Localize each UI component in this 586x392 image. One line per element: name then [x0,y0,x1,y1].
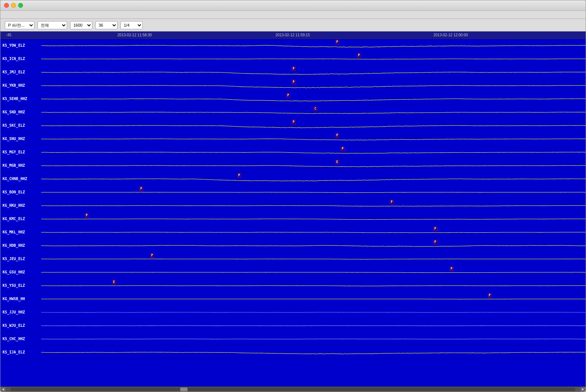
p-marker: P [433,226,437,231]
scroll-right-arrow[interactable]: ▶ [580,387,586,392]
time-label-2: 2013-02-12 11:59:15 [275,33,310,37]
minimize-button[interactable] [11,3,16,8]
p-marker: P [85,213,89,218]
station-row: KS_SEHB_HHZP [0,92,586,106]
station-row: KG_MGB_HHZE [0,159,586,172]
station-name: KG_CHNB_HHZ [0,177,41,181]
p-marker: P [433,240,437,245]
station-row: KG_SNU_HHZP [0,132,586,146]
station-name: KS_YSU_ELZ [0,283,41,288]
p-marker: P [237,173,241,178]
station-name: KS_YOW_ELZ [0,43,41,47]
station-row: KS_YOW_ELZP [0,39,586,52]
station-row: KG_HDB_HHZP [0,239,586,252]
horizontal-scrollbar[interactable]: ◀ ▶ [0,386,586,392]
maximize-button[interactable] [18,3,23,8]
station-row: KS_CHC_HHZ [0,332,586,346]
station-name: KS_SEHB_HHZ [0,97,41,101]
wave-canvas: P [41,92,586,106]
wave-canvas: E [41,159,586,172]
main-window: P 파/전... 전체 1600 36 1/4 :45 2013-02-12 1… [0,0,586,392]
time-label-1: 2013-02-12 11:58:30 [117,33,152,37]
station-name: KG_SND_HHZ [0,110,41,114]
wave-canvas [41,346,586,359]
station-row: KS_JEU_ELZP [0,252,586,266]
wave-canvas: P [41,132,586,146]
seismograph-container: :45 2013-02-12 11:58:30 2013-02-12 11:59… [0,31,586,392]
wave-canvas: P [41,119,586,132]
station-name: KG_HKU_HHZ [0,203,41,207]
station-row: KS_JMJ_ELZP [0,66,586,79]
p-marker: P [488,293,492,298]
station-row: KS_MGY_ELZP [0,146,586,159]
wave-canvas: P [41,66,586,79]
station-name: KS_IJA_ELZ [0,350,41,354]
station-row: KS_IJA_ELZ [0,346,586,359]
station-name: KG_YKB_HHZ [0,83,41,87]
p-marker: P [335,133,339,138]
toolbar: P 파/전... 전체 1600 36 1/4 [0,19,586,31]
station-row: KG_YKB_HHZP [0,79,586,92]
station-row: KG_CHNB_HHZP [0,172,586,186]
p-marker: P [286,93,290,98]
station-name: KG_GSU_HHZ [0,270,41,274]
title-bar [0,0,586,11]
wave-canvas: P [41,172,586,186]
wave-amplitude-select[interactable]: 1/4 [120,21,143,29]
wave-height-select[interactable]: 36 [95,21,117,29]
station-name: KG_MGB_HHZ [0,163,41,167]
channel-range-select[interactable]: 전체 [37,21,67,29]
time-label-0: :45 [6,33,11,37]
station-name: KS_JMJ_ELZ [0,70,41,74]
station-name: KS_BON_ELZ [0,190,41,194]
p-marker: E [112,280,116,285]
station-name: KG_SNU_HHZ [0,137,41,141]
p-marker: C [314,106,318,111]
station-row: KG_HKU_HHZP [0,199,586,212]
p-marker: P [450,266,454,271]
station-row: KG_HWSB_HHP [0,292,586,306]
wave-canvas: P [41,252,586,266]
station-name: KG_HWSB_HH [0,297,41,301]
p-marker: P [292,120,296,124]
wave-canvas: P [41,52,586,66]
station-name: KS_JJU_HHZ [0,310,41,314]
time-ruler: :45 2013-02-12 11:58:30 2013-02-12 11:59… [0,31,586,39]
station-row: KS_ICN_ELZP [0,52,586,66]
wave-width-select[interactable]: 1600 [70,21,92,29]
station-row: KS_WJU_ELZ [0,319,586,332]
scroll-track[interactable] [11,388,575,391]
station-name: KG_MKL_HHZ [0,230,41,234]
station-name: KS_SKC_ELZ [0,123,41,127]
station-name: KS_WJU_ELZ [0,323,41,328]
seismograph-scroll[interactable]: KS_YOW_ELZPKS_ICN_ELZPKS_JMJ_ELZPKG_YKB_… [0,39,586,386]
p-marker: P [150,253,154,258]
wave-canvas: P [41,79,586,92]
p-marker: E [335,160,339,165]
wave-canvas [41,332,586,346]
wave-canvas: E [41,279,586,292]
station-name: KS_MGY_ELZ [0,150,41,154]
p-marker: P [357,53,361,58]
station-name: KS_JEU_ELZ [0,257,41,261]
station-name: KS_CHC_HHZ [0,337,41,341]
station-row: KG_SND_HHZC [0,106,586,119]
wave-canvas: P [41,199,586,212]
close-button[interactable] [4,3,9,8]
time-label-3: 2013-02-12 12:00:00 [433,33,468,37]
p-marker: P [390,200,394,205]
wave-canvas: P [41,146,586,159]
station-name: KG_HDB_HHZ [0,243,41,248]
wave-canvas: P [41,239,586,252]
station-row: KS_BON_ELZP [0,186,586,199]
scroll-thumb[interactable] [180,388,188,391]
station-row: KG_MKL_HHZP [0,226,586,239]
scroll-left-arrow[interactable]: ◀ [0,387,6,392]
p-marker: P [292,80,296,84]
wave-canvas: P [41,186,586,199]
station-row: KG_GSU_HHZP [0,266,586,279]
station-row: KS_YSU_ELZE [0,279,586,292]
station-sort-select[interactable]: P 파/전... [5,21,34,29]
wave-canvas [41,306,586,319]
wave-canvas [41,319,586,332]
